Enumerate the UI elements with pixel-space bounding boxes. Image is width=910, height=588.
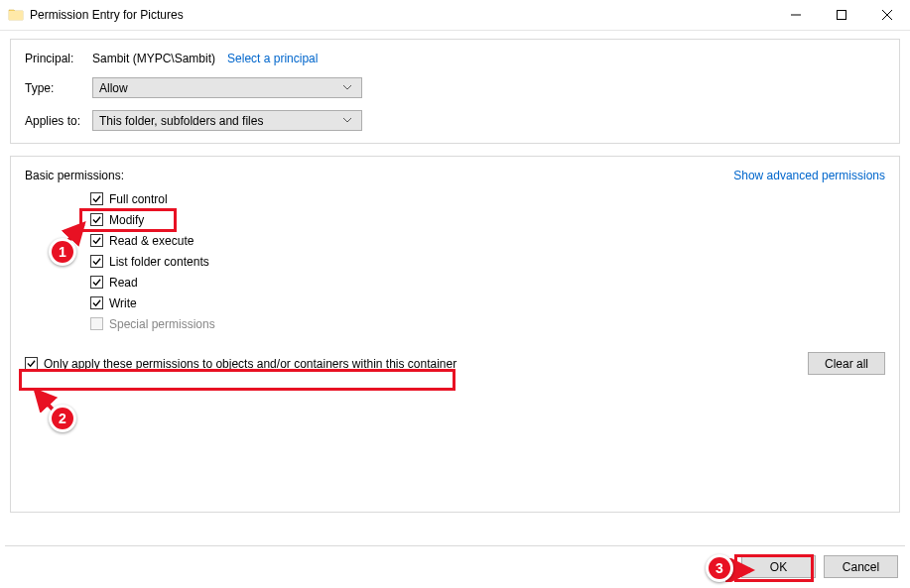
permission-item: Modify — [90, 209, 885, 230]
permission-checkbox[interactable] — [90, 192, 103, 205]
permission-label: List folder contents — [109, 255, 209, 269]
separator — [5, 545, 905, 546]
basic-permissions-label: Basic permissions: — [25, 169, 124, 182]
chevron-down-icon — [339, 118, 355, 123]
chevron-down-icon — [339, 85, 355, 90]
ok-button[interactable]: OK — [741, 555, 816, 578]
clear-all-button[interactable]: Clear all — [808, 352, 885, 375]
window-title: Permission Entry for Pictures — [30, 8, 773, 22]
type-label: Type: — [25, 81, 92, 95]
permission-checkbox[interactable] — [90, 276, 103, 289]
window-controls — [773, 0, 910, 30]
permission-label: Modify — [109, 213, 144, 227]
permissions-panel: Basic permissions: Show advanced permiss… — [10, 156, 900, 513]
only-apply-label: Only apply these permissions to objects … — [44, 357, 456, 371]
permission-label: Full control — [109, 192, 168, 206]
type-combo-value: Allow — [99, 81, 339, 95]
permission-item: Special permissions — [90, 313, 885, 334]
permission-checkbox[interactable] — [90, 213, 103, 226]
permission-label: Read — [109, 276, 138, 290]
folder-icon — [8, 7, 24, 23]
permission-item: Read — [90, 272, 885, 293]
permission-item: List folder contents — [90, 251, 885, 272]
permission-checkbox[interactable] — [90, 234, 103, 247]
minimize-button[interactable] — [773, 0, 819, 30]
principal-panel: Principal: Sambit (MYPC\Sambit) Select a… — [10, 39, 900, 144]
permission-label: Write — [109, 296, 137, 310]
principal-value: Sambit (MYPC\Sambit) — [92, 52, 215, 65]
permission-checkbox[interactable] — [90, 255, 103, 268]
applies-to-combo[interactable]: This folder, subfolders and files — [92, 110, 362, 131]
close-button[interactable] — [864, 0, 910, 30]
show-advanced-link[interactable]: Show advanced permissions — [733, 169, 885, 182]
maximize-button[interactable] — [819, 0, 864, 30]
permission-label: Read & execute — [109, 234, 194, 248]
permission-checkbox — [90, 317, 103, 330]
permission-item: Full control — [90, 188, 885, 209]
annotation-badge-3: 3 — [706, 554, 733, 582]
applies-to-label: Applies to: — [25, 114, 92, 128]
dialog-buttons: OK Cancel — [741, 555, 898, 578]
permission-checkbox[interactable] — [90, 296, 103, 309]
principal-label: Principal: — [25, 52, 92, 65]
select-principal-link[interactable]: Select a principal — [227, 52, 318, 65]
permission-label: Special permissions — [109, 317, 215, 331]
permission-item: Read & execute — [90, 230, 885, 251]
cancel-button[interactable]: Cancel — [824, 555, 898, 578]
applies-to-combo-value: This folder, subfolders and files — [99, 114, 339, 128]
titlebar: Permission Entry for Pictures — [0, 0, 910, 31]
svg-rect-1 — [838, 11, 846, 20]
permission-item: Write — [90, 293, 885, 313]
type-combo[interactable]: Allow — [92, 77, 362, 98]
only-apply-checkbox[interactable] — [25, 357, 38, 370]
